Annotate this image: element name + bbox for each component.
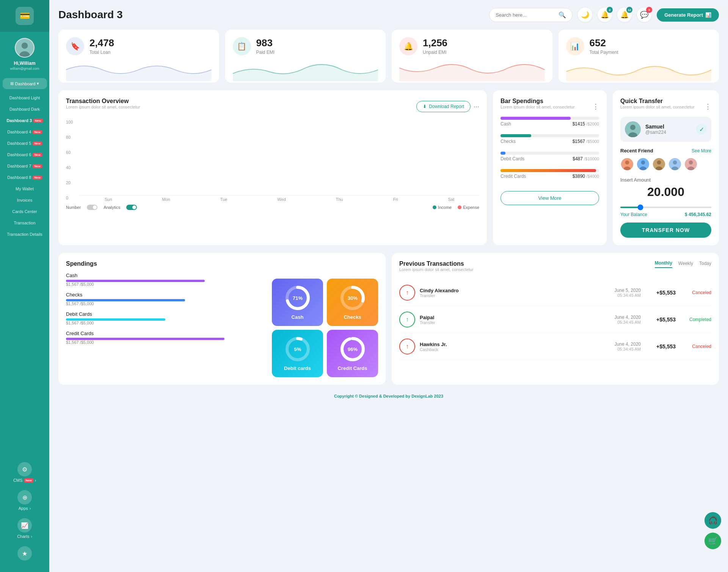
tab-monthly[interactable]: Monthly bbox=[655, 260, 672, 268]
transaction-more-button[interactable]: ··· bbox=[474, 103, 479, 111]
analytics-toggle[interactable] bbox=[126, 205, 137, 210]
trans-icon-hawkins: ↑ bbox=[399, 338, 415, 354]
qt-user-avatar bbox=[625, 121, 641, 137]
expense-legend-label: Expense bbox=[463, 205, 479, 210]
dashboard-grid-icon: ⊞ bbox=[10, 81, 14, 86]
income-legend-label: Income bbox=[438, 205, 452, 210]
trans-icon-cindy: ↑ bbox=[399, 285, 415, 301]
sidebar-item-dashboard5[interactable]: Dashboard 5 New bbox=[0, 138, 49, 149]
sidebar-item-dashboard-light[interactable]: Dashboard Light bbox=[0, 92, 49, 103]
sidebar-username: Hi,William bbox=[4, 61, 46, 66]
transfer-now-button[interactable]: TRANSFER NOW bbox=[620, 223, 711, 238]
trans-amount-cindy: +$5,553 bbox=[653, 290, 676, 296]
alerts-btn[interactable]: 🔔 12 bbox=[617, 8, 632, 22]
sidebar-item-dashboard-dark[interactable]: Dashboard Dark bbox=[0, 103, 49, 115]
trans-amount-hawkins: +$5,553 bbox=[653, 343, 676, 349]
number-toggle[interactable] bbox=[87, 205, 97, 210]
friend-avatar-2[interactable] bbox=[636, 157, 650, 171]
spendings-donuts: 71% Cash 30% Checks bbox=[272, 279, 378, 377]
unpaid-emi-value: 1,256 bbox=[423, 37, 447, 49]
credit-amount: $3890 /$4000 bbox=[573, 174, 599, 180]
download-report-button[interactable]: ⬇ Download Report bbox=[416, 101, 471, 112]
debit-amount: $487 /$10000 bbox=[573, 156, 599, 163]
quick-transfer-card: Quick Transfer Lorem ipsum dolor sit ame… bbox=[613, 90, 719, 245]
tab-weekly[interactable]: Weekly bbox=[678, 261, 693, 268]
see-more-link[interactable]: See More bbox=[692, 148, 711, 154]
sidebar: 💳 Hi,William william@gmail.com ⊞ Dashboa… bbox=[0, 0, 49, 572]
notif-badge-3: 5 bbox=[646, 7, 652, 13]
friend-avatar-3[interactable] bbox=[652, 157, 666, 171]
bar-chart-icon: 📊 bbox=[705, 12, 711, 18]
quick-transfer-title: Quick Transfer bbox=[620, 98, 695, 105]
stat-card-total-loan: 🔖 2,478 Total Loan bbox=[58, 30, 219, 83]
transaction-row-hawkins: ↑ Hawkins Jr. Cashback June 4, 2020 05:3… bbox=[399, 333, 711, 360]
debit-label: Debit Cards bbox=[500, 156, 524, 161]
friend-avatar-1[interactable] bbox=[620, 157, 634, 171]
paid-emi-label: Paid EMI bbox=[256, 50, 275, 55]
notif-badge-1: 2 bbox=[607, 7, 613, 13]
sidebar-item-transaction-details[interactable]: Transaction Details bbox=[0, 229, 49, 240]
sidebar-item-wallet[interactable]: My Wallet bbox=[0, 183, 49, 194]
spending-checks: Checks $1567 /$5000 bbox=[500, 134, 599, 146]
qt-user-handle: @sam224 bbox=[645, 130, 666, 135]
generate-report-button[interactable]: Generate Report 📊 bbox=[657, 8, 719, 22]
sidebar-item-invoices[interactable]: Invoices bbox=[0, 194, 49, 206]
bar-spendings-more-button[interactable]: ⋮ bbox=[592, 102, 599, 111]
cart-float-btn[interactable]: 🛒 bbox=[704, 533, 721, 549]
generate-report-label: Generate Report bbox=[664, 12, 703, 18]
svg-text:30%: 30% bbox=[347, 295, 357, 301]
total-loan-value: 2,478 bbox=[89, 37, 114, 49]
amount-slider[interactable] bbox=[620, 207, 711, 208]
transaction-row-paipal: ↑ Paipal Transfer June 4, 2020 05:34:45 … bbox=[399, 306, 711, 333]
view-more-button[interactable]: View More bbox=[500, 191, 599, 205]
search-input[interactable] bbox=[496, 12, 555, 18]
footer-text: Copyright © Designed & Developed by Dexi… bbox=[334, 394, 443, 398]
sidebar-item-dashboard8[interactable]: Dashboard 8 New bbox=[0, 172, 49, 183]
spendings-checks: Checks $1,567 /$5,000 bbox=[66, 292, 264, 306]
star-icon: ★ bbox=[17, 546, 32, 561]
sidebar-item-dashboard7[interactable]: Dashboard 7 New bbox=[0, 160, 49, 172]
spendings-cash: Cash $1,567 /$5,000 bbox=[66, 273, 264, 287]
donut-debit: 5% Debit cards bbox=[272, 330, 323, 377]
dashboard-menu-btn[interactable]: ⊞ Dashboard ▾ bbox=[3, 78, 47, 89]
qt-user-panel: Samuel @sam224 ✓ bbox=[620, 117, 711, 142]
bar-spendings-subtitle: Lorem ipsum dolor sit amet, consectetur bbox=[500, 105, 575, 109]
sidebar-item-transaction[interactable]: Transaction bbox=[0, 217, 49, 229]
svg-text:5%: 5% bbox=[294, 346, 301, 352]
theme-toggle-btn[interactable]: 🌙 bbox=[578, 8, 592, 22]
qt-check-icon: ✓ bbox=[696, 124, 707, 135]
transaction-tabs: Monthly Weekly Today bbox=[655, 260, 711, 268]
chevron-down-icon: ▾ bbox=[37, 81, 39, 86]
spending-items: Cash $1415 /$2000 Checks $1567 /$5000 De… bbox=[500, 117, 599, 180]
notifications-btn[interactable]: 🔔 2 bbox=[598, 8, 612, 22]
quick-transfer-more-button[interactable]: ⋮ bbox=[704, 102, 711, 111]
messages-btn[interactable]: 💬 5 bbox=[637, 8, 651, 22]
trans-status-paipal: Completed bbox=[685, 317, 711, 322]
sidebar-item-charts[interactable]: 📈 Charts › bbox=[0, 514, 49, 542]
sidebar-item-dashboard4[interactable]: Dashboard 4 New bbox=[0, 126, 49, 138]
search-icon: 🔍 bbox=[559, 11, 566, 19]
trans-name-hawkins: Hawkins Jr. bbox=[420, 342, 447, 347]
sidebar-item-apps[interactable]: ⊕ Apps › bbox=[0, 486, 49, 514]
support-float-btn[interactable]: 🎧 bbox=[704, 512, 721, 529]
sidebar-logo: 💳 bbox=[0, 0, 49, 32]
trans-icon-paipal: ↑ bbox=[399, 312, 415, 328]
paid-emi-value: 983 bbox=[256, 37, 275, 49]
friend-avatar-4[interactable] bbox=[668, 157, 682, 171]
friend-avatar-5[interactable] bbox=[684, 157, 698, 171]
search-box[interactable]: 🔍 bbox=[489, 8, 573, 22]
recent-friend-header: Recent Friend See More bbox=[620, 148, 711, 154]
sidebar-item-cms[interactable]: ⚙ CMS New › bbox=[0, 458, 49, 486]
amount-display: 20.000 bbox=[620, 185, 711, 199]
total-payment-icon: 📊 bbox=[566, 37, 584, 55]
tab-today[interactable]: Today bbox=[699, 261, 711, 268]
sidebar-item-dashboard3[interactable]: Dashboard 3 New bbox=[0, 115, 49, 126]
sidebar-item-cards[interactable]: Cards Center bbox=[0, 206, 49, 217]
total-payment-label: Total Payment bbox=[590, 50, 618, 55]
trans-date-paipal: June 4, 2020 05:34:45 AM bbox=[615, 315, 641, 324]
friend-avatars bbox=[620, 157, 711, 171]
sidebar-item-dashboard6[interactable]: Dashboard 6 New bbox=[0, 149, 49, 160]
balance-amount: $ 456,345.62 bbox=[685, 212, 711, 217]
sidebar-item-favorites[interactable]: ★ bbox=[0, 542, 49, 564]
spendings-debit: Debit Cards $1,567 /$5,000 bbox=[66, 311, 264, 325]
